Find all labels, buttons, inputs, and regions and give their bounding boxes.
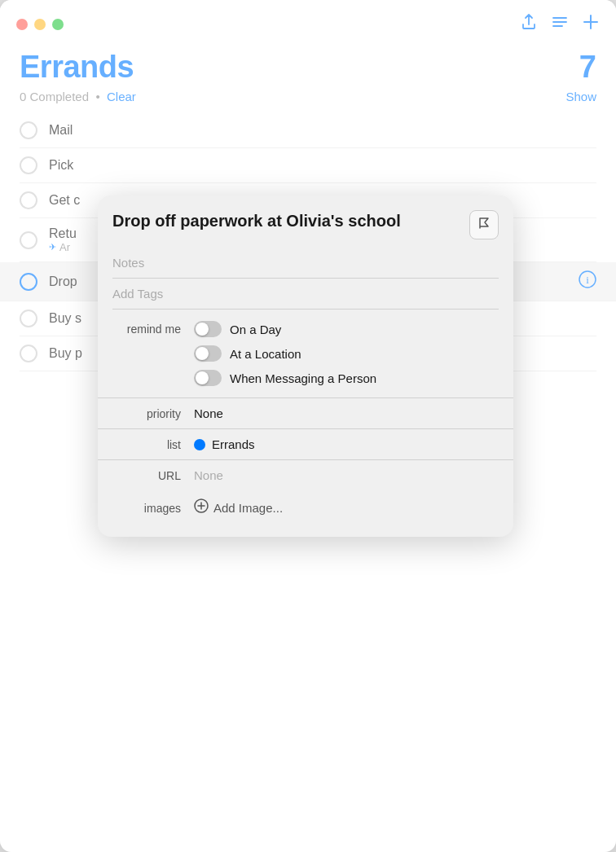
- list-value[interactable]: Errands: [212, 437, 255, 451]
- remind-options: On a Day At a Location When Messaging a …: [194, 321, 376, 386]
- url-value[interactable]: None: [194, 468, 223, 482]
- flag-button[interactable]: [469, 210, 499, 239]
- priority-label: priority: [112, 407, 194, 420]
- toggle-messaging[interactable]: [194, 370, 222, 386]
- add-image-label: Add Image...: [213, 501, 283, 515]
- flag-icon: [477, 217, 491, 233]
- notes-field[interactable]: Notes: [98, 248, 513, 278]
- url-label: URL: [112, 469, 194, 482]
- toggle-on-a-day[interactable]: [194, 321, 222, 337]
- remind-day-label: On a Day: [230, 323, 281, 336]
- remind-section: remind me On a Day At a Location When Me…: [98, 310, 513, 397]
- list-label: list: [112, 438, 194, 451]
- remind-messaging-label: When Messaging a Person: [230, 371, 376, 385]
- notes-placeholder: Notes: [112, 256, 144, 270]
- remind-option-messaging: When Messaging a Person: [194, 370, 376, 386]
- list-row: list Errands: [98, 429, 513, 459]
- url-row: URL None: [98, 460, 513, 490]
- priority-row: priority None: [98, 398, 513, 428]
- remind-option-location: At a Location: [194, 345, 376, 362]
- remind-label: remind me: [112, 323, 194, 336]
- toggle-at-location[interactable]: [194, 345, 222, 362]
- tags-placeholder: Add Tags: [112, 287, 163, 301]
- priority-value[interactable]: None: [194, 406, 223, 420]
- task-detail-popup: Drop off paperwork at Olivia's school No…: [98, 195, 513, 537]
- remind-option-day: On a Day: [194, 321, 376, 337]
- tags-field[interactable]: Add Tags: [98, 279, 513, 309]
- popup-header: Drop off paperwork at Olivia's school: [98, 195, 513, 248]
- add-image-button[interactable]: Add Image...: [194, 498, 283, 517]
- add-image-icon: [194, 498, 209, 517]
- images-label: images: [112, 502, 194, 515]
- remind-location-label: At a Location: [230, 347, 301, 361]
- images-row: images Add Image...: [98, 490, 513, 525]
- app-window: Errands 7 0 Completed • Clear Show Mail: [0, 0, 616, 852]
- popup-title: Drop off paperwork at Olivia's school: [112, 210, 460, 231]
- list-color-dot: [194, 439, 205, 450]
- popup-bottom-padding: [98, 525, 513, 537]
